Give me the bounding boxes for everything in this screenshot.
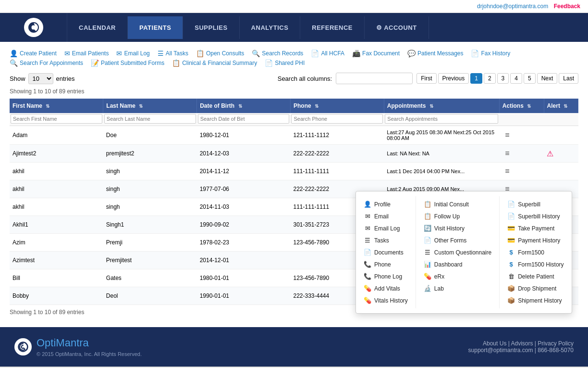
nav-logo[interactable] [0, 13, 67, 42]
dropdown-dashboard[interactable]: 📊 Dashboard [420, 258, 495, 270]
follow-up-icon: 📋 [424, 213, 431, 220]
toolbar-clinical-financial[interactable]: 📋 Clinical & Financial Summary [172, 59, 257, 67]
dropdown-email[interactable]: ✉ Email [360, 210, 412, 222]
open-consults-icon: 📋 [196, 50, 204, 57]
toolbar-email-patients[interactable]: ✉ Email Patients [64, 50, 109, 57]
feedback-link[interactable]: Feedback [554, 3, 580, 10]
email-patients-icon: ✉ [64, 50, 70, 57]
footer: OptiMantra © 2015 OptiMantra, Inc. All R… [0, 327, 588, 367]
sort-dob-icon: ⇅ [238, 103, 242, 109]
dropdown-add-vitals[interactable]: 💊 Add Vitals [360, 282, 412, 294]
col-dob[interactable]: Date of Birth ⇅ [197, 99, 291, 113]
dropdown-erx[interactable]: 💊 eRx [420, 270, 495, 282]
filter-appointments[interactable] [385, 114, 498, 124]
actions-menu-btn[interactable]: ≡ [502, 130, 512, 140]
dropdown-vitals-history[interactable]: 💊 Vitals History [360, 294, 412, 306]
cell-last-name: singh [103, 198, 197, 216]
next-page-btn[interactable]: Next [537, 73, 558, 84]
cell-last-name: Premjitest [103, 252, 197, 269]
cell-appointments: Last: NA Next: NA [384, 145, 499, 163]
dropdown-tasks[interactable]: ☰ Tasks [360, 234, 412, 246]
first-page-btn[interactable]: First [416, 73, 436, 84]
privacy-link[interactable]: Privacy Policy [538, 340, 574, 347]
clinical-financial-icon: 📋 [172, 59, 180, 67]
dropdown-profile[interactable]: 👤 Profile [360, 198, 412, 210]
page-3-btn[interactable]: 3 [497, 73, 509, 84]
nav-reference[interactable]: REFERENCE [300, 16, 365, 39]
about-us-link[interactable]: About Us [483, 340, 506, 347]
cell-first-name: Azim [10, 234, 103, 252]
toolbar-create-patient[interactable]: 👤 Create Patient [10, 50, 57, 57]
dropdown-custom-questionnaire[interactable]: ☰ Custom Questionnaire [420, 246, 495, 258]
dropdown-other-forms[interactable]: 📄 Other Forms [420, 234, 495, 246]
actions-menu-btn[interactable]: ≡ [502, 166, 512, 177]
entries-select[interactable]: 10 25 50 100 [28, 73, 53, 84]
dropdown-initial-consult[interactable]: 📋 Initial Consult [420, 198, 495, 210]
support-phone: | 866-868-5070 [535, 347, 574, 354]
dropdown-shipment-history[interactable]: 📦 Shipment History [503, 294, 567, 306]
nav-calendar[interactable]: CALENDAR [67, 16, 128, 39]
dropdown-delete-patient[interactable]: 🗑 Delete Patient [503, 270, 567, 282]
actions-menu-btn[interactable]: ≡ [502, 148, 512, 159]
dropdown-drop-shipment[interactable]: 📦 Drop Shipment [503, 282, 567, 294]
page-2-btn[interactable]: 2 [484, 73, 496, 84]
nav-patients[interactable]: PATIENTS [128, 16, 183, 39]
col-first-name[interactable]: First Name ⇅ [10, 99, 103, 113]
dropdown-phone-log[interactable]: 📞 Phone Log [360, 270, 412, 282]
toolbar-open-consults[interactable]: 📋 Open Consults [196, 50, 244, 57]
table-filter-row [10, 113, 578, 126]
page-1-btn[interactable]: 1 [470, 73, 482, 84]
dropdown-col-3: 📄 Superbill 📄 Superbill History 💳 Take P… [500, 196, 571, 308]
filter-first-name[interactable] [11, 114, 102, 124]
dropdown-form1500[interactable]: $ Form1500 [503, 246, 567, 258]
user-email[interactable]: drjohndoe@optimantra.com [477, 3, 548, 10]
search-all-input[interactable] [336, 73, 413, 84]
footer-logo-circle [14, 338, 32, 355]
toolbar-patient-submitted[interactable]: 📝 Patient Submitted Forms [91, 59, 164, 67]
nav-supplies[interactable]: SUPPLIES [183, 16, 239, 39]
col-alert[interactable]: Alert ⇅ [544, 99, 578, 113]
toolbar-email-log[interactable]: ✉ Email Log [116, 50, 149, 57]
col-appointments[interactable]: Appointments ⇅ [384, 99, 499, 113]
toolbar-shared-phi[interactable]: 📄 Shared PHI [265, 59, 305, 67]
dropdown-take-payment[interactable]: 💳 Take Payment [503, 222, 567, 234]
filter-last-name[interactable] [104, 114, 196, 124]
page-5-btn[interactable]: 5 [524, 73, 536, 84]
take-payment-icon: 💳 [507, 225, 515, 232]
toolbar-all-hcfa[interactable]: 📄 All HCFA [311, 50, 344, 57]
dropdown-phone[interactable]: 📞 Phone [360, 258, 412, 270]
toolbar-search-records[interactable]: 🔍 Search Records [252, 50, 303, 57]
dropdown-form1500-history[interactable]: $ Form1500 History [503, 258, 567, 270]
toolbar-fax-document[interactable]: 📠 Fax Document [352, 50, 400, 57]
dropdown-payment-history[interactable]: 💳 Payment History [503, 234, 567, 246]
dropdown-documents[interactable]: 📄 Documents [360, 246, 412, 258]
main-content: 👤 Create Patient ✉ Email Patients ✉ Emai… [0, 42, 588, 327]
dropdown-visit-history[interactable]: 🔄 Visit History [420, 222, 495, 234]
toolbar-fax-history[interactable]: 📄 Fax History [471, 50, 510, 57]
filter-dob[interactable] [198, 114, 290, 124]
dropdown-superbill-history[interactable]: 📄 Superbill History [503, 210, 567, 222]
nav-analytics[interactable]: ANALYTICS [240, 16, 301, 39]
last-page-btn[interactable]: Last [559, 73, 578, 84]
advisors-link[interactable]: Advisors [511, 340, 533, 347]
page-4-btn[interactable]: 4 [510, 73, 522, 84]
col-actions[interactable]: Actions ⇅ [499, 99, 544, 113]
prev-page-btn[interactable]: Previous [438, 73, 469, 84]
toolbar-search-appointments[interactable]: 🔍 Search For Appoinments [10, 59, 83, 67]
dropdown-superbill[interactable]: 📄 Superbill [503, 198, 567, 210]
cell-first-name: Bill [10, 269, 103, 287]
toolbar-all-tasks[interactable]: ☰ All Tasks [158, 50, 188, 57]
dropdown-lab[interactable]: 🔬 Lab [420, 282, 495, 294]
toolbar-patient-messages[interactable]: 💬 Patient Messages [407, 50, 463, 57]
initial-consult-icon: 📋 [424, 201, 431, 208]
col-last-name[interactable]: Last Name ⇅ [103, 99, 197, 113]
cell-actions: ≡ [499, 145, 544, 163]
dropdown-col-1: 👤 Profile ✉ Email ✉ Email Log ☰ Tasks 📄 … [356, 196, 416, 308]
dropdown-email-log[interactable]: ✉ Email Log [360, 222, 412, 234]
nav-account[interactable]: ⚙ ACCOUNT [365, 16, 429, 39]
dropdown-follow-up[interactable]: 📋 Follow Up [420, 210, 495, 222]
cell-dob: 2014-11-12 [197, 163, 291, 180]
cell-actions: ≡ [499, 126, 544, 145]
col-phone[interactable]: Phone ⇅ [290, 99, 384, 113]
filter-phone[interactable] [291, 114, 383, 124]
